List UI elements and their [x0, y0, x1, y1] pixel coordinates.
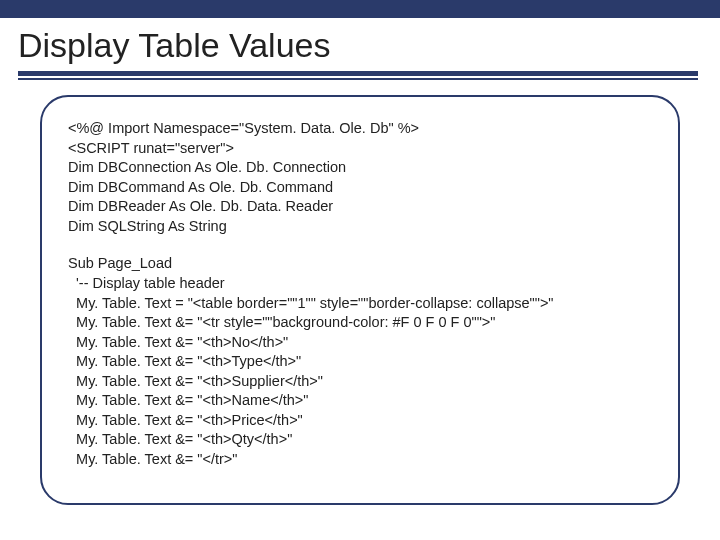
title-underline [0, 71, 720, 81]
code-block-1: <%@ Import Namespace="System. Data. Ole.… [68, 119, 652, 236]
header-bar [0, 0, 720, 18]
slide-title: Display Table Values [0, 18, 720, 71]
content-panel: <%@ Import Namespace="System. Data. Ole.… [40, 95, 680, 505]
code-block-2: Sub Page_Load '-- Display table header M… [68, 254, 652, 469]
